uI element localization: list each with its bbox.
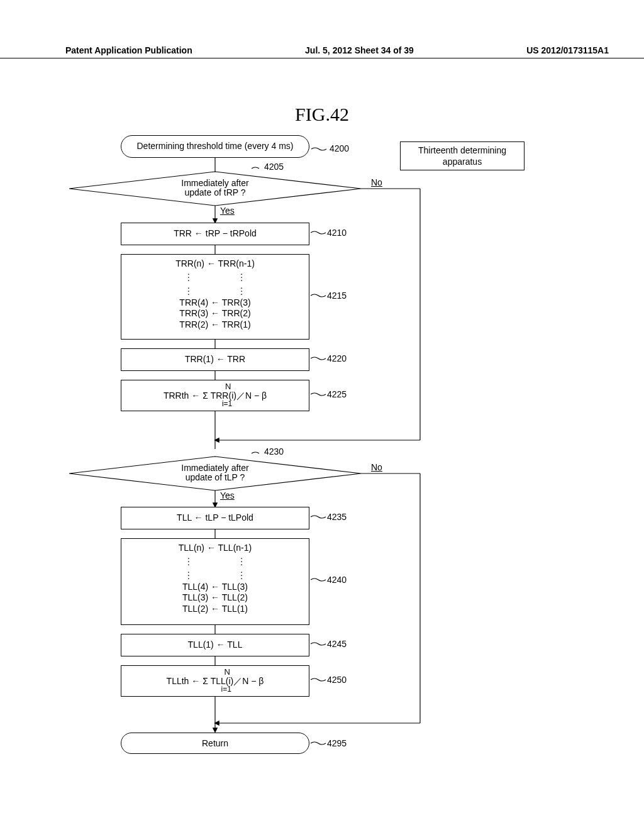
- process-4220: TRR(1) ← TRR: [121, 348, 309, 371]
- vdots-icon: [240, 285, 243, 296]
- process-4225-body: TRRth ← Σ TRR(i)／N − β: [164, 390, 267, 401]
- process-4240: TLL(n) ← TLL(n-1) TLL(4) ← TLL(3) TLL(3)…: [121, 538, 309, 625]
- process-4215-line3: TRR(3) ← TRR(2): [179, 308, 250, 319]
- process-4240-line2: TLL(4) ← TLL(3): [182, 582, 248, 593]
- vdots-icon: [187, 570, 190, 580]
- ref-4215: 4215: [327, 290, 347, 301]
- start-text: Determining threshold time (every 4 ms): [137, 141, 294, 151]
- return-terminator: Return: [121, 733, 309, 754]
- process-4210: TRR ← tRP − tRPold: [121, 223, 309, 245]
- process-4215: TRR(n) ← TRR(n-1) TRR(4) ← TRR(3) TRR(3)…: [121, 254, 309, 340]
- process-4240-line4: TLL(2) ← TLL(1): [182, 604, 248, 615]
- ref-4295: 4295: [327, 738, 347, 748]
- start-terminator: Determining threshold time (every 4 ms): [121, 135, 309, 158]
- process-4250-formula: TLLth ← Σ TLL(i)／N − β N i=1: [167, 676, 264, 686]
- process-4215-vdots-row: [187, 270, 243, 284]
- ref-4240: 4240: [327, 575, 347, 585]
- process-4215-vdots-row2: [187, 284, 243, 297]
- sigma-N-icon: N: [225, 382, 231, 392]
- sigma-N-icon: N: [225, 667, 230, 677]
- process-4225: TRRth ← Σ TRR(i)／N − β N i=1: [121, 380, 309, 411]
- process-4240-vdots-row2: [187, 568, 243, 582]
- dec1-yes-label: Yes: [220, 206, 235, 216]
- process-4225-formula: TRRth ← Σ TRR(i)／N − β N i=1: [164, 390, 267, 401]
- process-4240-line3: TLL(3) ← TLL(2): [182, 592, 248, 604]
- vdots-icon: [240, 570, 243, 580]
- process-4240-vdots-row: [187, 554, 243, 568]
- process-4215-line2: TRR(4) ← TRR(3): [179, 297, 250, 309]
- dec2-no-label: No: [371, 462, 382, 472]
- vdots-icon: [240, 272, 243, 282]
- ref-4235: 4235: [327, 512, 347, 522]
- svg-marker-1: [69, 456, 361, 490]
- dec2-yes-label: Yes: [220, 490, 235, 501]
- vdots-icon: [187, 556, 190, 566]
- process-4220-text: TRR(1) ← TRR: [185, 354, 245, 365]
- process-4215-line4: TRR(2) ← TRR(1): [179, 319, 250, 331]
- process-4245-text: TLL(1) ← TLL: [188, 639, 243, 651]
- vdots-icon: [187, 272, 190, 282]
- process-4250-body: TLLth ← Σ TLL(i)／N − β: [167, 676, 264, 686]
- ref-4220: 4220: [327, 353, 347, 363]
- ref-4205: 4205: [264, 162, 284, 172]
- svg-marker-0: [69, 172, 361, 206]
- sigma-i-icon: i=1: [222, 399, 232, 409]
- process-4210-text: TRR ← tRP − tRPold: [174, 228, 257, 240]
- ref-4250: 4250: [327, 675, 347, 685]
- sigma-i-icon: i=1: [221, 685, 231, 694]
- dec1-no-label: No: [371, 177, 382, 187]
- process-4235: TLL ← tLP − tLPold: [121, 507, 309, 529]
- ref-4210: 4210: [327, 228, 347, 238]
- process-4245: TLL(1) ← TLL: [121, 634, 309, 656]
- ref-4230: 4230: [264, 446, 284, 456]
- ref-4245: 4245: [327, 639, 347, 649]
- ref-4225: 4225: [327, 389, 347, 399]
- return-text: Return: [202, 738, 228, 748]
- vdots-icon: [240, 556, 243, 566]
- process-4250: TLLth ← Σ TLL(i)／N − β N i=1: [121, 665, 309, 697]
- vdots-icon: [187, 285, 190, 296]
- ref-4200: 4200: [330, 143, 349, 153]
- process-4235-text: TLL ← tLP − tLPold: [177, 512, 253, 524]
- flow-connectors: [0, 0, 644, 830]
